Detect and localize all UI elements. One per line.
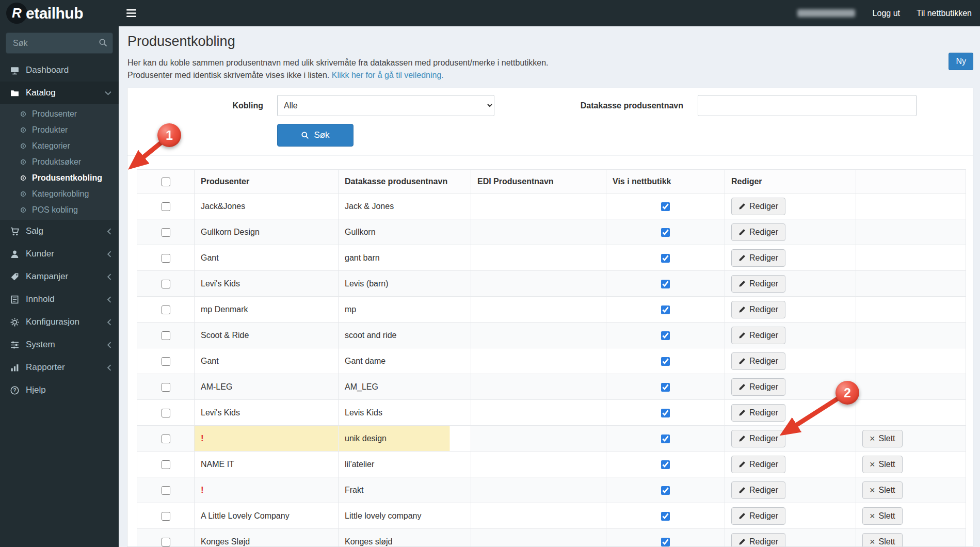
rediger-button[interactable]: Rediger: [731, 430, 785, 447]
rediger-button[interactable]: Rediger: [731, 275, 785, 293]
guide-link[interactable]: Klikk her for å gå til veiledning.: [332, 71, 444, 79]
row-select-checkbox[interactable]: [162, 228, 170, 237]
vis-i-nettbutikk-checkbox[interactable]: [661, 435, 670, 443]
row-select-checkbox[interactable]: [162, 202, 170, 211]
slett-button[interactable]: ×Slett: [862, 507, 903, 525]
slett-cell: [856, 348, 966, 374]
datakasse-cell: AM_LEG: [339, 374, 471, 400]
pencil-icon: [738, 461, 746, 468]
search-icon[interactable]: [99, 38, 107, 49]
vis-i-nettbutikk-checkbox[interactable]: [661, 228, 670, 237]
rediger-button[interactable]: Rediger: [731, 456, 785, 473]
datakasse-input[interactable]: [698, 95, 917, 116]
topbar-right: Logg ut Til nettbutikken: [797, 0, 980, 26]
sidebar-subitem-produktsøker[interactable]: Produktsøker: [0, 154, 119, 170]
sidebar-item-hjelp[interactable]: ?Hjelp: [0, 379, 119, 401]
vis-i-nettbutikk-checkbox[interactable]: [661, 409, 670, 417]
produsent-cell: NAME IT: [195, 452, 339, 477]
rediger-cell: Rediger: [725, 323, 856, 348]
sidebar-subitem-produsentkobling[interactable]: Produsentkobling: [0, 170, 119, 186]
vis-i-nettbutikk-checkbox[interactable]: [661, 202, 670, 211]
row-select-checkbox[interactable]: [162, 357, 170, 366]
vis-i-nettbutikk-checkbox[interactable]: [661, 254, 670, 263]
vis-i-nettbutikk-checkbox[interactable]: [661, 538, 670, 546]
to-webshop-link[interactable]: Til nettbutikken: [908, 0, 980, 26]
rediger-button[interactable]: Rediger: [731, 301, 785, 318]
pencil-icon: [738, 538, 746, 545]
slett-cell: ×Slett: [856, 503, 966, 529]
sidebar-toggle-button[interactable]: [119, 0, 144, 26]
rediger-button[interactable]: Rediger: [731, 507, 785, 525]
rediger-cell: Rediger: [725, 271, 856, 297]
row-select-checkbox[interactable]: [162, 383, 170, 392]
row-select-checkbox[interactable]: [162, 409, 170, 417]
row-select-checkbox[interactable]: [162, 435, 170, 443]
logout-link[interactable]: Logg ut: [864, 0, 908, 26]
row-select-checkbox[interactable]: [162, 280, 170, 288]
rediger-button[interactable]: Rediger: [731, 327, 785, 344]
sidebar-subitem-produkter[interactable]: Produkter: [0, 122, 119, 138]
content-panel: Kobling Alle Datakasse produsentnavn Søk…: [127, 88, 973, 547]
sidebar-search-input[interactable]: [6, 33, 113, 54]
select-all-checkbox[interactable]: [162, 178, 170, 186]
rediger-button[interactable]: Rediger: [731, 249, 785, 267]
sidebar-item-rapporter[interactable]: Rapporter: [0, 356, 119, 379]
row-select-checkbox[interactable]: [162, 305, 170, 314]
rediger-button[interactable]: Rediger: [731, 481, 785, 499]
vis-i-nettbutikk-checkbox[interactable]: [661, 383, 670, 392]
sidebar-item-system[interactable]: System: [0, 333, 119, 356]
produsent-cell: Gullkorn Design: [195, 219, 339, 245]
chevron-left-icon: [107, 364, 111, 371]
sidebar-item-konfigurasjon[interactable]: Konfigurasjon: [0, 311, 119, 333]
search-button[interactable]: Søk: [277, 124, 354, 147]
app-logo[interactable]: R etailhub: [0, 3, 119, 24]
rediger-button[interactable]: Rediger: [731, 223, 785, 241]
vis-i-nettbutikk-checkbox[interactable]: [661, 331, 670, 340]
rediger-button[interactable]: Rediger: [731, 533, 785, 547]
row-select-checkbox[interactable]: [162, 331, 170, 340]
katalog-icon: [9, 89, 21, 98]
rediger-button[interactable]: Rediger: [731, 352, 785, 370]
vis-i-nettbutikk-checkbox[interactable]: [661, 305, 670, 314]
pencil-icon: [738, 203, 746, 210]
row-select-checkbox[interactable]: [162, 460, 170, 469]
row-select-checkbox[interactable]: [162, 254, 170, 263]
produsent-cell: Jack&Jones: [195, 194, 339, 219]
slett-cell: [856, 374, 966, 400]
slett-button[interactable]: ×Slett: [862, 456, 903, 473]
datakasse-cell: Jack & Jones: [339, 194, 471, 219]
sidebar-subitem-kategorikobling[interactable]: Kategorikobling: [0, 186, 119, 202]
slett-cell: ×Slett: [856, 452, 966, 477]
slett-button[interactable]: ×Slett: [862, 533, 903, 547]
rediger-button[interactable]: Rediger: [731, 198, 785, 215]
sidebar-item-katalog[interactable]: Katalog: [0, 82, 119, 104]
sidebar-item-dashboard[interactable]: Dashboard: [0, 59, 119, 82]
vis-i-nettbutikk-checkbox[interactable]: [661, 280, 670, 288]
slett-button[interactable]: ×Slett: [862, 430, 903, 447]
sidebar-item-innhold[interactable]: Innhold: [0, 288, 119, 311]
slett-button[interactable]: ×Slett: [862, 481, 903, 499]
vis-cell: [606, 452, 725, 477]
sidebar-item-label: Kampanjer: [26, 271, 68, 282]
new-button[interactable]: Ny: [949, 53, 973, 70]
sidebar-item-kunder[interactable]: Kunder: [0, 243, 119, 265]
vis-i-nettbutikk-checkbox[interactable]: [661, 512, 670, 521]
sidebar-item-kampanjer[interactable]: Kampanjer: [0, 265, 119, 288]
sidebar-item-salg[interactable]: Salg: [0, 220, 119, 243]
produsent-cell: mp Denmark: [195, 297, 339, 323]
vis-i-nettbutikk-checkbox[interactable]: [661, 486, 670, 495]
topbar-username-redacted[interactable]: [797, 9, 855, 17]
row-select-checkbox[interactable]: [162, 538, 170, 546]
kobling-select[interactable]: Alle: [277, 95, 494, 116]
row-select-checkbox[interactable]: [162, 512, 170, 521]
sidebar-subitem-produsenter[interactable]: Produsenter: [0, 106, 119, 122]
row-select-checkbox[interactable]: [162, 486, 170, 495]
sidebar-subitem-pos-kobling[interactable]: POS kobling: [0, 202, 119, 218]
sidebar-subitem-kategorier[interactable]: Kategorier: [0, 138, 119, 154]
vis-i-nettbutikk-checkbox[interactable]: [661, 357, 670, 366]
vis-i-nettbutikk-checkbox[interactable]: [661, 460, 670, 469]
main-content: Produsentkobling Her kan du koble sammen…: [119, 26, 980, 547]
rediger-button[interactable]: Rediger: [731, 378, 785, 396]
rediger-button[interactable]: Rediger: [731, 404, 785, 422]
vis-cell: [606, 194, 725, 219]
